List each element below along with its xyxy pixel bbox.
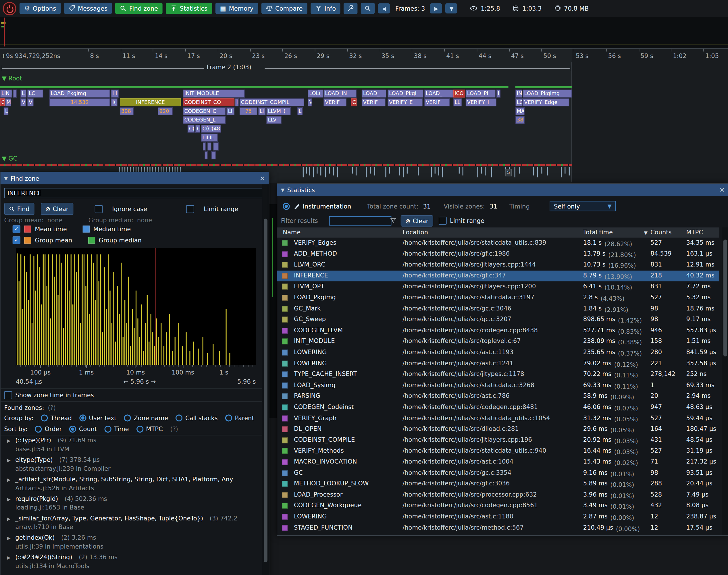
table-row[interactable]: DL_OPEN/home/kristofferc/julia/src/dlloa… bbox=[277, 424, 719, 435]
timeline-zone[interactable]: VERIF bbox=[424, 99, 450, 106]
timing-select[interactable]: Self only ▼ bbox=[550, 201, 616, 211]
timeline-zone[interactable]: CODEGEN_C bbox=[183, 107, 226, 115]
timeline-zone[interactable]: V bbox=[21, 99, 26, 106]
zoom-button[interactable] bbox=[361, 3, 375, 14]
limit-range-checkbox[interactable] bbox=[186, 205, 194, 212]
statistics-scrollbar[interactable] bbox=[722, 228, 728, 535]
table-row[interactable]: CODEGEN_Workqueue/home/kristofferc/julia… bbox=[277, 501, 719, 511]
radio-icon[interactable] bbox=[124, 414, 131, 421]
list-item[interactable]: ▶require(PkgId)(4) 502.36 msloading.jl:1… bbox=[1, 495, 262, 515]
timeline-zone[interactable]: LIN L bbox=[0, 90, 12, 97]
timeline-zone[interactable]: L bbox=[21, 90, 26, 97]
timeline-zone[interactable]: LOAD_Pkgimg bbox=[523, 90, 572, 97]
radio-icon[interactable] bbox=[225, 414, 232, 421]
timeline-zone[interactable]: 38 bbox=[516, 116, 525, 124]
radio-icon[interactable] bbox=[69, 426, 76, 433]
timeline-zone[interactable]: 14,532 bbox=[49, 99, 110, 106]
timeline-zone[interactable]: I( bbox=[111, 99, 118, 106]
find-zone-titlebar[interactable]: ▼ Find zone ✕ bbox=[1, 172, 269, 184]
timeline-zone[interactable]: C( bbox=[188, 125, 195, 133]
close-icon[interactable]: ✕ bbox=[719, 186, 725, 194]
table-row[interactable]: LOWERING/home/kristofferc/julia/src/ast.… bbox=[277, 347, 719, 358]
timeline-zone[interactable]: LILIL bbox=[201, 134, 218, 141]
zone-search-input[interactable] bbox=[4, 188, 265, 199]
timeline-zone[interactable]: CODEINST_CO bbox=[183, 99, 234, 106]
radio-option[interactable]: Parent bbox=[225, 414, 254, 421]
table-row[interactable]: INIT_MODULE/home/kristofferc/julia/src/t… bbox=[277, 336, 719, 347]
timeline-zone[interactable]: LOAD_ bbox=[362, 90, 387, 97]
timeline-zone[interactable]: I bbox=[235, 99, 239, 106]
list-item[interactable]: ▶_similar_for(Array, Type, Generator, Ha… bbox=[1, 515, 262, 534]
help-icon[interactable]: (?) bbox=[48, 404, 56, 411]
find-button[interactable]: Find bbox=[4, 203, 34, 215]
radio-option[interactable]: User text bbox=[79, 414, 117, 421]
radio-icon[interactable] bbox=[41, 414, 48, 421]
expand-icon[interactable]: ▶ bbox=[7, 458, 10, 463]
radio-option[interactable]: Call stacks bbox=[175, 414, 218, 421]
timeline-zone[interactable]: LOAD_Pkgimg bbox=[49, 90, 110, 97]
table-row[interactable]: CODEGEN_Codeinst/home/kristofferc/julia/… bbox=[277, 402, 719, 413]
table-row[interactable]: VERIFY_Methods/home/kristofferc/julia/sr… bbox=[277, 446, 719, 456]
timeline-zone[interactable] bbox=[205, 151, 208, 159]
timeline-zone[interactable]: MA bbox=[516, 107, 525, 115]
clear-button[interactable]: ⊘Clear bbox=[41, 203, 73, 215]
table-row[interactable]: GC_Sweep/home/kristofferc/julia/src/gc.c… bbox=[277, 314, 719, 325]
list-item[interactable]: ▶_artifact_str(Module, String, SubString… bbox=[1, 476, 262, 495]
timeline-zone[interactable]: INFERENCE bbox=[120, 99, 181, 106]
table-row[interactable]: PARSING/home/kristofferc/julia/src/ast.c… bbox=[277, 391, 719, 402]
timeline-zone[interactable]: LOAD_IN bbox=[324, 90, 357, 97]
table-row[interactable]: GC_Mark/home/kristofferc/julia/src/gc.c:… bbox=[277, 303, 719, 314]
timeline-zone[interactable] bbox=[213, 142, 219, 150]
legend-checkbox[interactable]: ✓ bbox=[13, 236, 21, 244]
ignore-case-checkbox[interactable] bbox=[95, 205, 102, 212]
expand-icon[interactable]: ▶ bbox=[7, 477, 10, 482]
table-row[interactable]: GC/home/kristofferc/julia/src/gc.c:33549… bbox=[277, 468, 719, 478]
timeline-zone[interactable]: L bbox=[297, 107, 302, 115]
table-row[interactable]: INFERENCE/home/kristofferc/julia/src/gf.… bbox=[277, 271, 719, 281]
radio-option[interactable]: Count bbox=[69, 426, 97, 433]
statistics-scrollbar-thumb[interactable] bbox=[723, 240, 727, 357]
timeline-zone[interactable]: I I bbox=[111, 90, 119, 97]
column-counts[interactable]: Counts bbox=[651, 229, 671, 236]
radio-option[interactable]: MTPC bbox=[136, 426, 163, 433]
timeline-zone[interactable]: CODEGEN_L bbox=[183, 116, 226, 124]
timeline-zone[interactable]: VERIF bbox=[324, 99, 346, 106]
find-zone-scrollbar-thumb[interactable] bbox=[264, 218, 267, 562]
filter-input[interactable] bbox=[329, 216, 392, 226]
expand-icon[interactable]: ▶ bbox=[7, 555, 10, 560]
table-row[interactable]: LLVM_ORC/home/kristofferc/julia/src/jitl… bbox=[277, 260, 719, 270]
radio-icon[interactable] bbox=[104, 426, 111, 433]
list-item[interactable]: ▶(::#23#24)(String)(2) 13.36 msutils.jl:… bbox=[1, 554, 262, 573]
zone-time-histogram[interactable] bbox=[16, 248, 256, 365]
timeline-zone[interactable] bbox=[13, 90, 16, 97]
timeline-zone[interactable] bbox=[207, 142, 211, 150]
expand-icon[interactable]: ▶ bbox=[7, 438, 10, 443]
frame-label[interactable]: Frame 2 (1:03) bbox=[206, 64, 252, 70]
table-row[interactable]: STAGED_FUNCTION/home/kristofferc/julia/s… bbox=[277, 522, 719, 533]
timeline-zone[interactable]: LOAD_Pkgi bbox=[388, 90, 423, 97]
table-row[interactable]: VERIFY_Edges/home/kristofferc/julia/src/… bbox=[277, 238, 719, 248]
range-span[interactable]: ← 5.96 s → bbox=[42, 378, 237, 385]
column-total-time[interactable]: Total time bbox=[583, 229, 613, 236]
table-row[interactable]: VERIFY_Graph/home/kristofferc/julia/src/… bbox=[277, 413, 719, 424]
tools-button[interactable] bbox=[344, 3, 358, 14]
statistics-button[interactable]: Statistics bbox=[166, 3, 212, 14]
timeline-zone[interactable]: C bbox=[351, 99, 357, 106]
timeline-zone[interactable]: LOAD_ bbox=[424, 90, 453, 97]
expand-icon[interactable]: ▶ bbox=[7, 516, 10, 521]
timeline-zone[interactable]: 75 bbox=[240, 107, 257, 115]
power-button[interactable] bbox=[3, 2, 16, 15]
timeline-zone[interactable]: LLV bbox=[267, 116, 282, 124]
time-ruler[interactable]: +9s 934,729,252ns 8 s11 s14 s17 s20 s23 … bbox=[0, 48, 728, 62]
timeline-zone[interactable]: LC bbox=[27, 90, 43, 97]
table-row[interactable]: CODEINST_COMPILE/home/kristofferc/julia/… bbox=[277, 435, 719, 445]
timeline-zone[interactable]: VERIFY_I bbox=[466, 99, 496, 106]
timeline-zone[interactable]: VERIFY_Edge bbox=[523, 99, 569, 106]
timeline-zone[interactable]: VERIF bbox=[362, 99, 385, 106]
table-row[interactable]: METHOD_LOOKUP_SLOW/home/kristofferc/juli… bbox=[277, 478, 719, 489]
list-item[interactable]: ▶(::Type)(Ptr)(9) 71.69 msbase.jl:54 in … bbox=[1, 437, 262, 456]
timeline-zone[interactable]: L bbox=[4, 107, 8, 115]
timeline-zone[interactable]: INIT_MODULE bbox=[183, 90, 245, 97]
gc-header[interactable]: ▼ GC bbox=[2, 155, 17, 162]
timeline-zone[interactable]: IN bbox=[516, 90, 522, 97]
